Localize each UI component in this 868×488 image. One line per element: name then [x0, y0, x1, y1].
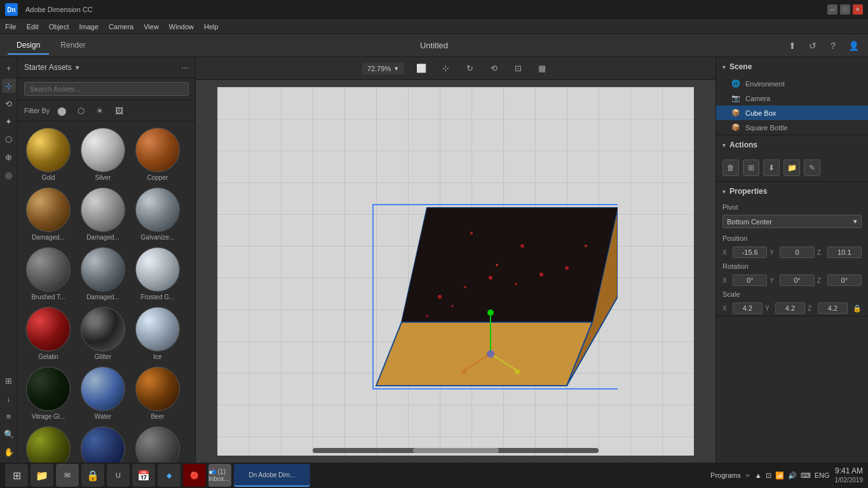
eyedropper-tool[interactable]: ⊕	[2, 150, 16, 164]
menu-window[interactable]: Window	[169, 23, 194, 30]
menu-camera[interactable]: Camera	[109, 23, 133, 30]
material-damaged2[interactable]: Damaged...	[78, 186, 128, 242]
lasso-tool[interactable]: ◎	[2, 168, 16, 182]
orbit-icon[interactable]: ⟲	[487, 62, 501, 76]
rotation-x-value[interactable]: 0°	[733, 274, 767, 286]
material-frosted[interactable]: Frosted G...	[132, 246, 183, 302]
menu-help[interactable]: Help	[204, 23, 219, 30]
close-button[interactable]: ✕	[853, 4, 863, 15]
scale-lock-icon[interactable]: 🔒	[853, 304, 862, 313]
paint-tool[interactable]: ⬡	[2, 132, 16, 146]
search-input[interactable]	[24, 82, 189, 96]
taskbar-edge[interactable]: ◆	[158, 464, 180, 487]
scale-z-value[interactable]: 4.2	[818, 302, 848, 314]
material-water[interactable]: Water	[78, 365, 128, 421]
rotation-z-value[interactable]: 0°	[827, 274, 862, 286]
material-copper[interactable]: Copper	[132, 126, 183, 182]
scene-item-cube-box[interactable]: 📦 Cube Box	[716, 105, 868, 120]
magic-wand-tool[interactable]: ✦	[2, 114, 16, 128]
tab-render[interactable]: Render	[51, 37, 94, 55]
menu-edit[interactable]: Edit	[27, 23, 39, 30]
assets-dropdown-icon[interactable]: ▼	[74, 64, 81, 71]
material-olive-oil[interactable]: Olive Oil	[23, 425, 74, 463]
edit-action-button[interactable]: ✎	[804, 159, 820, 176]
filter-image-icon[interactable]: 🖼	[112, 104, 126, 118]
scale-y-value[interactable]: 4.2	[775, 302, 805, 314]
material-damaged3[interactable]: Damaged...	[78, 246, 128, 302]
delete-action-button[interactable]: 🗑	[722, 159, 739, 176]
scene-item-environment[interactable]: 🌐 Environment	[716, 76, 868, 91]
fit-icon[interactable]: ⊡	[511, 62, 525, 76]
search-tool[interactable]: 🔍	[2, 427, 16, 441]
folder-action-button[interactable]: 📁	[783, 159, 800, 176]
material-beer[interactable]: Beer	[132, 365, 183, 421]
filter-model-icon[interactable]: ⬡	[74, 104, 88, 118]
filter-material-icon[interactable]: ⬤	[55, 104, 69, 118]
tab-design[interactable]: Design	[8, 37, 49, 55]
taskbar-calendar[interactable]: 📅	[132, 464, 155, 487]
maximize-button[interactable]: □	[840, 4, 850, 15]
material-vitrage[interactable]: Vitrage Gl...	[23, 365, 74, 421]
taskbar-explorer[interactable]: 📁	[31, 464, 53, 487]
menu-object[interactable]: Object	[49, 23, 69, 30]
frame-tool-icon[interactable]: ⬜	[414, 62, 428, 76]
position-y-value[interactable]: 0	[780, 247, 814, 258]
material-ice[interactable]: Ice	[132, 306, 183, 362]
programs-label[interactable]: Programs	[710, 471, 741, 479]
material-glitter[interactable]: Glitter	[78, 306, 128, 362]
material-gelatin[interactable]: Gelatin	[23, 306, 74, 362]
move-down-tool[interactable]: ↓	[2, 391, 16, 405]
taskbar-mail[interactable]: ✉	[56, 464, 79, 487]
properties-section-header[interactable]: ▾ Properties	[716, 182, 868, 201]
share-icon[interactable]: ⬆	[785, 39, 799, 53]
taskbar-start[interactable]: ⊞	[5, 464, 28, 487]
canvas-scrollbar[interactable]	[313, 448, 599, 453]
render-preview-icon[interactable]: ▦	[535, 62, 549, 76]
scene-item-square-bottle[interactable]: 📦 Square Bottle	[716, 120, 868, 135]
scene-section-header[interactable]: ▾ Scene	[716, 57, 868, 76]
position-z-value[interactable]: 10.1	[827, 247, 862, 258]
transform-tool[interactable]: ⟲	[2, 97, 16, 111]
position-x-value[interactable]: -15.6	[733, 247, 767, 258]
taskbar-inbox[interactable]: 📬 (1) Inbox...	[208, 464, 231, 487]
pivot-dropdown[interactable]: Bottom Center ▾	[722, 215, 862, 228]
help-icon[interactable]: ?	[826, 39, 840, 53]
undo-icon[interactable]: ↺	[806, 39, 820, 53]
duplicate-action-button[interactable]: ⊞	[743, 159, 759, 176]
taskbar-unreal[interactable]: U	[107, 464, 130, 487]
material-silver[interactable]: Silver	[78, 126, 128, 182]
layers-tool[interactable]: ≡	[2, 409, 16, 423]
material-gold[interactable]: Gold	[23, 126, 74, 182]
scale-x-value[interactable]: 4.2	[733, 302, 763, 314]
taskbar-app1[interactable]: 🔴	[183, 464, 206, 487]
select-tool[interactable]: ⊹	[2, 79, 16, 93]
add-tool[interactable]: +	[2, 61, 16, 75]
rotate-canvas-icon[interactable]: ↻	[463, 62, 477, 76]
taskbar-security[interactable]: 🔒	[81, 464, 104, 487]
menu-file[interactable]: File	[5, 23, 17, 30]
download-action-button[interactable]: ⬇	[763, 159, 780, 176]
clock[interactable]: 9:41 AM 1/02/2019	[835, 466, 864, 485]
material-denim[interactable]: Denim	[78, 425, 128, 463]
assets-more-button[interactable]: ···	[181, 62, 189, 72]
tray-up-arrow[interactable]: ▲	[755, 471, 762, 479]
hand-tool[interactable]: ✋	[2, 445, 16, 459]
menu-image[interactable]: Image	[79, 23, 99, 30]
minimize-button[interactable]: ─	[827, 4, 837, 15]
add-object-tool[interactable]: ⊞	[2, 374, 16, 388]
material-damaged1[interactable]: Damaged...	[23, 186, 74, 242]
scene-item-camera[interactable]: 📷 Camera	[716, 91, 868, 105]
material-brushed[interactable]: Brushed T...	[23, 246, 74, 302]
svg-point-12	[426, 315, 428, 317]
canvas-content[interactable]: 1024 x 768	[196, 80, 715, 463]
actions-section-header[interactable]: ▾ Actions	[716, 135, 868, 154]
material-galvanize[interactable]: Galvanize...	[132, 186, 183, 242]
collaborate-icon[interactable]: 👤	[846, 39, 860, 53]
filter-light-icon[interactable]: ☀	[93, 104, 107, 118]
menu-view[interactable]: View	[144, 23, 159, 30]
zoom-control[interactable]: 72.79% ▼	[362, 63, 404, 74]
taskbar-dimension[interactable]: Dn Adobe Dim...	[234, 464, 310, 487]
move-tool-icon[interactable]: ⊹	[438, 62, 452, 76]
material-weave[interactable]: Weave Fa...	[132, 425, 183, 463]
rotation-y-value[interactable]: 0°	[780, 274, 814, 286]
